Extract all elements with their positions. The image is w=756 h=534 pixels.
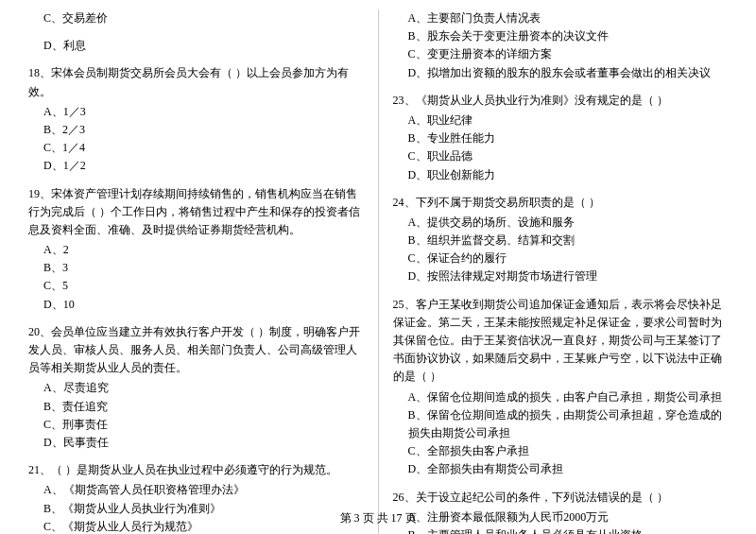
q21-opt-a: A、《期货高管人员任职资格管理办法》 — [28, 481, 364, 499]
q25-opt-a: A、保留仓位期间造成的损失，由客户自己承担，期货公司承担 — [393, 388, 729, 406]
q18-opt-d: D、1／2 — [28, 157, 364, 175]
q18-opt-b: B、2／3 — [28, 121, 364, 139]
q23-opt-d: D、职业创新能力 — [393, 166, 729, 184]
q25-opt-c: C、全部损失由客户承担 — [393, 442, 729, 460]
q24-opt-a: A、提供交易的场所、设施和服务 — [393, 214, 729, 232]
q25-opt-d: D、全部损失由有期货公司承担 — [393, 460, 729, 478]
q19-opt-a: A、2 — [28, 241, 364, 259]
content-area: C、交易差价 D、利息 18、宋体会员制期货交易所会员大会有（ ）以上会员参加方… — [28, 9, 728, 534]
q20-opt-b: B、责任追究 — [28, 398, 364, 416]
q22-opt-c: C、变更注册资本的详细方案 — [393, 45, 729, 63]
q19-opt-b: B、3 — [28, 259, 364, 277]
q23-opt-a: A、职业纪律 — [393, 112, 729, 129]
q23-text: 23、《期货从业人员执业行为准则》没有规定的是（ ） — [393, 92, 729, 110]
right-column: A、主要部门负责人情况表 B、股东会关于变更注册资本的决议文件 C、变更注册资本… — [393, 9, 729, 534]
q18-opt-a: A、1／3 — [28, 103, 364, 121]
q20-opt-d: D、民事责任 — [28, 434, 364, 452]
q24-opt-c: C、保证合约的履行 — [393, 250, 729, 267]
q26-opt-b: B、主要管理人员和业务人员必须具有从业资格 — [393, 526, 729, 534]
column-divider — [378, 9, 379, 534]
q18-opt-c: C、1／4 — [28, 139, 364, 157]
q22-opt-b: B、股东会关于变更注册资本的决议文件 — [393, 27, 729, 45]
left-column: C、交易差价 D、利息 18、宋体会员制期货交易所会员大会有（ ）以上会员参加方… — [28, 9, 364, 534]
option-text: D、利息 — [28, 37, 364, 55]
question-22-options: A、主要部门负责人情况表 B、股东会关于变更注册资本的决议文件 C、变更注册资本… — [393, 9, 729, 82]
option-text: C、交易差价 — [28, 9, 364, 27]
q25-text: 25、客户王某收到期货公司追加保证金通知后，表示将会尽快补足保证金。第二天，王某… — [393, 296, 729, 387]
page: C、交易差价 D、利息 18、宋体会员制期货交易所会员大会有（ ）以上会员参加方… — [0, 0, 756, 534]
option-c-exchange: C、交易差价 — [28, 9, 364, 27]
q24-opt-d: D、按照法律规定对期货市场进行管理 — [393, 267, 729, 285]
q22-opt-d: D、拟增加出资额的股东的股东会或者董事会做出的相关决议 — [393, 64, 729, 82]
question-20: 20、会员单位应当建立并有效执行客户开发（ ）制度，明确客户开发人员、审核人员、… — [28, 323, 364, 452]
question-25: 25、客户王某收到期货公司追加保证金通知后，表示将会尽快补足保证金。第二天，王某… — [393, 296, 729, 479]
question-23: 23、《期货从业人员执业行为准则》没有规定的是（ ） A、职业纪律 B、专业胜任… — [393, 92, 729, 184]
q25-opt-b: B、保留仓位期间造成的损失，由期货公司承担超，穿仓造成的损失由期货公司承担 — [393, 406, 729, 442]
q20-opt-a: A、尽责追究 — [28, 379, 364, 397]
q21-text: 21、（ ）是期货从业人员在执业过程中必须遵守的行为规范。 — [28, 461, 364, 479]
q18-text: 18、宋体会员制期货交易所会员大会有（ ）以上会员参加方为有效。 — [28, 64, 364, 100]
option-d-interest: D、利息 — [28, 37, 364, 55]
q19-opt-c: C、5 — [28, 277, 364, 295]
question-18: 18、宋体会员制期货交易所会员大会有（ ）以上会员参加方为有效。 A、1／3 B… — [28, 64, 364, 175]
q24-text: 24、下列不属于期货交易所职责的是（ ） — [393, 194, 729, 212]
question-19: 19、宋体资产管理计划存续期间持续销售的，销售机构应当在销售行为完成后（ ）个工… — [28, 185, 364, 314]
page-number: 第 3 页 共 17 页 — [340, 511, 417, 525]
q19-opt-d: D、10 — [28, 296, 364, 314]
q23-opt-b: B、专业胜任能力 — [393, 129, 729, 147]
q20-opt-c: C、刑事责任 — [28, 416, 364, 434]
q22-opt-a: A、主要部门负责人情况表 — [393, 9, 729, 27]
question-24: 24、下列不属于期货交易所职责的是（ ） A、提供交易的场所、设施和服务 B、组… — [393, 194, 729, 286]
q26-text: 26、关于设立起纪公司的条件，下列说法错误的是（ ） — [393, 489, 729, 507]
q23-opt-c: C、职业品德 — [393, 147, 729, 165]
q19-text: 19、宋体资产管理计划存续期间持续销售的，销售机构应当在销售行为完成后（ ）个工… — [28, 185, 364, 240]
q24-opt-b: B、组织并监督交易、结算和交割 — [393, 232, 729, 250]
q20-text: 20、会员单位应当建立并有效执行客户开发（ ）制度，明确客户开发人员、审核人员、… — [28, 323, 364, 378]
page-footer: 第 3 页 共 17 页 — [0, 510, 756, 526]
